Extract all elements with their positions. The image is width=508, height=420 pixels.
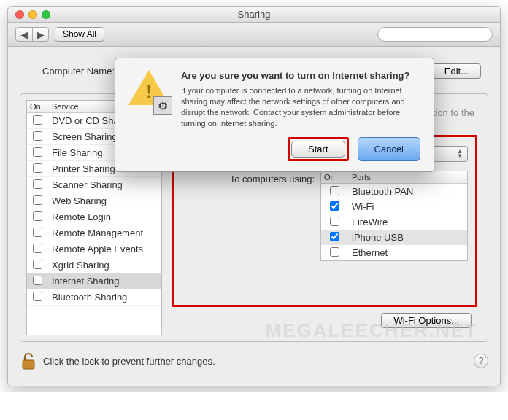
window-title: Sharing bbox=[8, 9, 500, 20]
port-label: Ethernet bbox=[347, 245, 467, 260]
cancel-button[interactable]: Cancel bbox=[358, 137, 420, 161]
service-label: Remote Management bbox=[47, 225, 161, 241]
titlebar: Sharing bbox=[8, 7, 500, 23]
svg-rect-2 bbox=[23, 360, 34, 369]
service-checkbox[interactable] bbox=[33, 244, 42, 253]
service-checkbox[interactable] bbox=[33, 211, 42, 221]
service-label: Bluetooth Sharing bbox=[47, 289, 161, 305]
port-row[interactable]: FireWire bbox=[321, 214, 467, 230]
show-all-button[interactable]: Show All bbox=[55, 27, 104, 42]
service-label: Xgrid Sharing bbox=[47, 257, 161, 273]
gear-icon: ⚙ bbox=[153, 96, 172, 115]
service-label: Remote Apple Events bbox=[47, 241, 161, 257]
to-computers-row: To computers using: On Ports Bluetooth P… bbox=[182, 171, 468, 261]
to-computers-label: To computers using: bbox=[182, 171, 315, 184]
service-label: Internet Sharing bbox=[47, 273, 161, 289]
port-row[interactable]: Bluetooth PAN bbox=[321, 184, 467, 199]
confirm-dialog: ! ⚙ Are you sure you want to turn on Int… bbox=[115, 58, 434, 172]
edit-name-button[interactable]: Edit... bbox=[432, 63, 481, 79]
port-label: Bluetooth PAN bbox=[347, 184, 467, 199]
port-checkbox[interactable] bbox=[330, 232, 339, 241]
port-row[interactable]: iPhone USB bbox=[321, 230, 467, 245]
warning-icon: ! ⚙ bbox=[128, 70, 171, 112]
ports-col-on: On bbox=[321, 171, 347, 183]
search-field[interactable] bbox=[377, 27, 493, 42]
service-checkbox[interactable] bbox=[33, 228, 42, 237]
service-row[interactable]: Internet Sharing bbox=[27, 273, 161, 289]
search-input[interactable] bbox=[382, 29, 506, 40]
ports-col-ports: Ports bbox=[347, 171, 467, 183]
footer: Click the lock to prevent further change… bbox=[8, 345, 500, 377]
service-checkbox[interactable] bbox=[33, 276, 42, 285]
unlock-icon[interactable] bbox=[20, 351, 37, 371]
computer-name-label: Computer Name: bbox=[27, 66, 115, 77]
service-label: Remote Login bbox=[47, 209, 161, 225]
service-row[interactable]: Remote Login bbox=[27, 209, 161, 225]
port-row[interactable]: Wi-Fi bbox=[321, 199, 467, 214]
select-arrow-icon: ▲▼ bbox=[457, 149, 463, 158]
nav-back-button[interactable]: ◀ bbox=[16, 28, 32, 41]
port-checkbox[interactable] bbox=[330, 201, 339, 211]
service-row[interactable]: Xgrid Sharing bbox=[27, 257, 161, 273]
lock-text: Click the lock to prevent further change… bbox=[43, 356, 215, 367]
sharing-window: Sharing ◀ ▶ Show All Computer Name: Edit… bbox=[7, 6, 501, 386]
service-row[interactable]: Web Sharing bbox=[27, 193, 161, 209]
start-button-highlight: Start bbox=[288, 137, 348, 161]
service-checkbox[interactable] bbox=[33, 163, 42, 173]
service-label: Web Sharing bbox=[47, 193, 161, 209]
service-row[interactable]: Remote Apple Events bbox=[27, 241, 161, 257]
dialog-message: If your computer is connected to a netwo… bbox=[181, 85, 420, 128]
service-checkbox[interactable] bbox=[33, 292, 42, 301]
toolbar: ◀ ▶ Show All bbox=[8, 23, 500, 47]
service-checkbox[interactable] bbox=[33, 195, 42, 205]
ports-list: On Ports Bluetooth PAN Wi-Fi FireWire iP… bbox=[320, 171, 468, 261]
dialog-heading: Are you sure you want to turn on Interne… bbox=[181, 70, 420, 81]
dialog-body: Are you sure you want to turn on Interne… bbox=[181, 70, 420, 161]
port-row[interactable]: Ethernet bbox=[321, 245, 467, 260]
service-row[interactable]: Scanner Sharing bbox=[27, 177, 161, 193]
wifi-options-row: Wi-Fi Options... bbox=[172, 307, 477, 331]
service-checkbox[interactable] bbox=[33, 179, 42, 189]
port-label: FireWire bbox=[347, 214, 467, 230]
port-checkbox[interactable] bbox=[330, 186, 339, 195]
help-button[interactable]: ? bbox=[474, 354, 488, 368]
service-checkbox[interactable] bbox=[33, 115, 42, 125]
service-row[interactable]: Bluetooth Sharing bbox=[27, 289, 161, 306]
service-row[interactable]: Remote Management bbox=[27, 225, 161, 241]
nav-arrows: ◀ ▶ bbox=[15, 27, 49, 42]
port-checkbox[interactable] bbox=[330, 217, 339, 226]
service-checkbox[interactable] bbox=[33, 131, 42, 141]
col-on-header: On bbox=[27, 101, 47, 112]
service-checkbox[interactable] bbox=[33, 147, 42, 157]
dialog-buttons: Start Cancel bbox=[181, 137, 420, 161]
wifi-options-button[interactable]: Wi-Fi Options... bbox=[381, 313, 472, 328]
service-checkbox[interactable] bbox=[33, 260, 42, 269]
port-label: iPhone USB bbox=[347, 230, 467, 245]
ports-list-header: On Ports bbox=[321, 171, 467, 184]
service-label: Scanner Sharing bbox=[47, 177, 161, 192]
start-button[interactable]: Start bbox=[291, 141, 345, 158]
nav-forward-button[interactable]: ▶ bbox=[32, 28, 48, 41]
port-checkbox[interactable] bbox=[330, 247, 339, 257]
port-label: Wi-Fi bbox=[347, 199, 467, 214]
